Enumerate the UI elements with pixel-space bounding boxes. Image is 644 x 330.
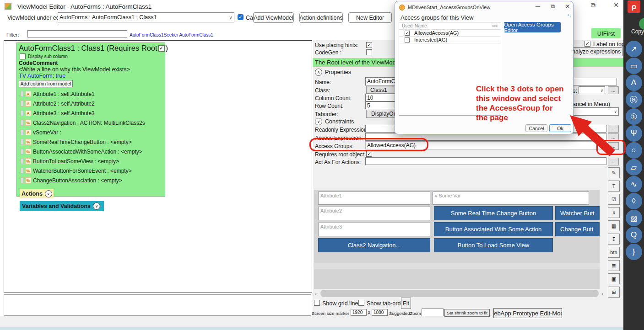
analyze-expressions-button[interactable]: Analyze expressions	[567, 47, 622, 56]
new-editor-button[interactable]: New Editor	[348, 12, 392, 23]
realtime-change-button[interactable]: Some Real Time Change Button	[434, 206, 553, 220]
categ-checkbox[interactable]	[238, 14, 244, 20]
row-checkbox[interactable]	[405, 37, 410, 43]
dialog-minimize-button[interactable]: —	[532, 4, 543, 9]
vsomevar-input[interactable]: v Some Var	[433, 192, 589, 205]
button-tool-icon[interactable]: btn	[608, 247, 620, 258]
droplet-icon[interactable]: ◊	[626, 193, 642, 209]
use-placing-hints-checkbox[interactable]	[366, 42, 372, 48]
access-group-row[interactable]: Interested(AG)	[399, 37, 501, 43]
horizontal-scrollbar[interactable]	[320, 290, 599, 297]
tv-autoform-link[interactable]: TV AutoForm: true	[19, 73, 163, 79]
act-as-dots-button[interactable]: ...	[608, 158, 619, 165]
codegen-checkbox[interactable]	[366, 49, 372, 55]
text-icon[interactable]: A	[626, 75, 642, 91]
tree-item[interactable]: % WatcherButtonForSomeEvent : <empty>	[21, 166, 163, 176]
name-column-header[interactable]: Name	[415, 23, 427, 28]
header-dots-button[interactable]: •••	[492, 24, 498, 28]
edit-icon[interactable]: ✎	[608, 167, 620, 178]
act-as-for-actions-field[interactable]	[365, 157, 606, 165]
brace-icon[interactable]: }	[626, 244, 642, 260]
used-column-header[interactable]: Used	[402, 23, 415, 28]
row-checkbox[interactable]: ✓	[405, 31, 410, 36]
image-icon[interactable]: ▨	[626, 210, 642, 226]
curve-icon[interactable]: ∿	[626, 176, 642, 192]
ellipse-icon[interactable]: ○	[626, 142, 642, 159]
menu-dropdown-fragment[interactable]: ∨	[571, 107, 619, 116]
load-view-button[interactable]: Button To Load Some View	[434, 238, 553, 252]
dialog-cancel-button[interactable]: Cancel	[525, 124, 547, 132]
constraints-chevron-icon[interactable]: ∨	[315, 118, 322, 125]
grid-window-icon[interactable]: ⊞	[608, 287, 620, 298]
screen-height-input[interactable]: 1080	[372, 309, 388, 316]
connector-icon[interactable]: Ψ	[626, 125, 642, 142]
brand-logo[interactable]: ρ	[628, 0, 640, 13]
dropdown-tool-icon[interactable]: ↧	[608, 234, 620, 245]
attribute1-input[interactable]: Attribute1	[318, 192, 430, 205]
search-icon[interactable]: Q	[626, 227, 642, 243]
tree-item[interactable]: A Attribute3 : self.Attribute3	[21, 108, 163, 118]
show-grid-lines-checkbox[interactable]	[314, 300, 320, 306]
display-sub-column-checkbox[interactable]	[20, 53, 26, 59]
list-tool-icon[interactable]: ≣	[608, 260, 620, 271]
comment-hint[interactable]: <Write a line on why this ViewModel exis…	[19, 66, 163, 73]
pointer-icon[interactable]: ↗	[626, 41, 642, 57]
filter-links[interactable]: AutoFormClass1Seeker AutoFormClass1	[130, 32, 213, 37]
rectangle-icon[interactable]: ▭	[626, 58, 642, 74]
text-tool-icon[interactable]: T	[608, 181, 620, 192]
webapp-prototype-button[interactable]: WebApp Prototype Edit-Mode	[493, 308, 562, 318]
access-groups-dots-button[interactable]: ...	[608, 142, 619, 150]
readonly-dots-button[interactable]: ...	[608, 125, 619, 133]
tree-item[interactable]: A vSomeVar :	[21, 128, 163, 137]
dialog-ok-button[interactable]: Ok	[549, 124, 571, 132]
access-group-row[interactable]: ✓ AllowedAccess(AG)	[399, 30, 501, 37]
tree-item[interactable]: A Attribute1 : self.Attribute1	[21, 89, 163, 99]
set-shrink-zoom-button[interactable]: Set shrink zoom to fit	[444, 309, 490, 317]
viewmodel-dropdown[interactable]: AutoForms : AutoFormClass1 : Class1 ∨	[58, 12, 234, 22]
tree-item[interactable]: % Class2Navigation : ACTION: MultiLinkCl…	[21, 118, 163, 128]
style-dots-button[interactable]: ...	[608, 86, 619, 94]
screen-width-input[interactable]: 1920	[351, 309, 367, 316]
attribute2-input[interactable]: Attribute2	[318, 207, 430, 220]
variables-chevron-icon[interactable]: ∨	[93, 202, 100, 210]
associated-action-button[interactable]: Button Associated With Some Action	[434, 222, 553, 236]
requires-root-checkbox[interactable]	[158, 45, 165, 52]
tree-item[interactable]: % SomeRealTimeChangeButton : <empty>	[21, 137, 163, 147]
scroll-left-arrow[interactable]: ‹	[315, 290, 317, 297]
stack-down-icon[interactable]: ⇩	[608, 207, 620, 218]
change-button[interactable]: Change Butt	[555, 222, 600, 236]
checkbox-tool-icon[interactable]: ☑	[608, 194, 620, 205]
tree-item[interactable]: A Attribute2 : self.Attribute2	[21, 99, 163, 108]
dialog-restore-button[interactable]: ⧉	[547, 3, 558, 10]
open-access-groups-editor-button[interactable]: Open Access Groups Editor	[504, 22, 561, 32]
add-viewmodel-button[interactable]: Add ViewModel	[253, 12, 294, 23]
label-on-top-checkbox[interactable]	[584, 41, 590, 47]
close-button[interactable]: ✕	[610, 1, 622, 11]
style-field-fragment[interactable]	[571, 78, 617, 85]
action-definitions-button[interactable]: Action definitions	[299, 12, 343, 23]
scroll-right-arrow[interactable]: ›	[601, 290, 603, 297]
actions-chevron-icon[interactable]: ∨	[45, 190, 52, 197]
cube-icon[interactable]: ▣	[608, 273, 620, 284]
copy-label[interactable]: Copy	[631, 28, 644, 35]
label-bubble-icon[interactable]: ⓐ	[626, 91, 642, 108]
access-groups-field[interactable]: AllowedAccess(AG)	[365, 141, 606, 149]
fit-button[interactable]: Fit	[401, 298, 411, 309]
tree-item[interactable]: % ButtonAssociatedWithSomeAction : <empt…	[21, 147, 163, 156]
requires-root-object-checkbox[interactable]	[366, 151, 372, 157]
filter-input[interactable]	[27, 30, 127, 37]
style-dropdown-fragment[interactable]: ∨	[579, 86, 605, 94]
access-expression-dots-button[interactable]: ...	[608, 133, 619, 141]
properties-chevron-up-icon[interactable]: ∧	[315, 69, 322, 76]
class2-navigation-button[interactable]: Class2 Navigation...	[318, 238, 430, 252]
restore-button[interactable]: ⧉	[587, 1, 600, 11]
radio-one-icon[interactable]: ①	[626, 108, 642, 125]
tree-item[interactable]: % ChangeButtonAssociation : <empty>	[21, 176, 163, 185]
calendar-icon[interactable]: ▦	[608, 220, 620, 231]
dialog-close-button[interactable]: ✕	[562, 3, 573, 10]
attribute3-input[interactable]: Attribute3	[318, 223, 430, 236]
watcher-button[interactable]: Watcher Butt	[555, 206, 600, 220]
show-tab-order-checkbox[interactable]	[358, 300, 364, 306]
suggested-zoom-input[interactable]	[422, 309, 444, 316]
polygon-icon[interactable]: ▱	[626, 159, 642, 176]
